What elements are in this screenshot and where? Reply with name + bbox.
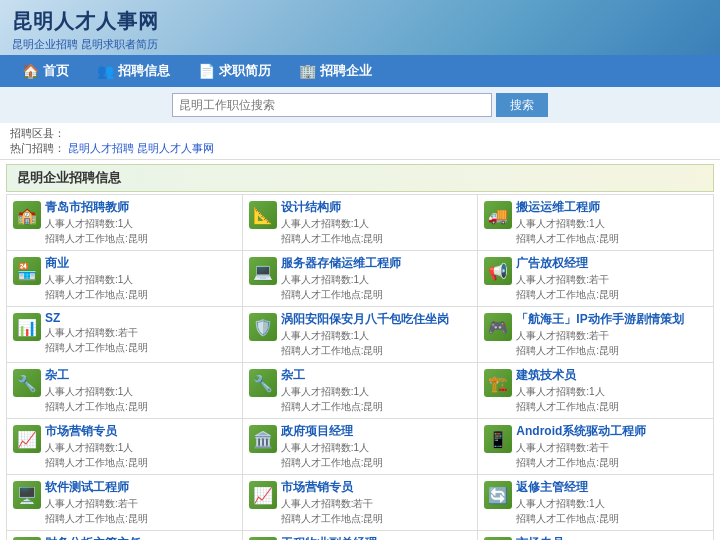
search-bar: 搜索 xyxy=(0,87,720,123)
job-detail: 人事人才招聘数:若干 招聘人才工作地点:昆明 xyxy=(45,496,236,526)
county-label: 招聘区县： xyxy=(10,127,65,139)
job-detail: 人事人才招聘数:若干 招聘人才工作地点:昆明 xyxy=(516,328,707,358)
job-detail: 人事人才招聘数:1人 招聘人才工作地点:昆明 xyxy=(516,216,707,246)
job-count: 人事人才招聘数:若干 xyxy=(45,325,236,340)
job-info: 市场营销专员 人事人才招聘数:1人 招聘人才工作地点:昆明 xyxy=(45,423,236,470)
nav-item-3[interactable]: 🏢招聘企业 xyxy=(285,55,386,87)
job-info: 搬运运维工程师 人事人才招聘数:1人 招聘人才工作地点:昆明 xyxy=(516,199,707,246)
job-cell[interactable]: 🏢 工程物业副总经理 人事人才招聘数:1人 招聘人才工作地点:昆明 xyxy=(243,531,479,540)
search-button[interactable]: 搜索 xyxy=(496,93,548,117)
nav-item-0[interactable]: 🏠首页 xyxy=(8,55,83,87)
job-detail: 人事人才招聘数:若干 招聘人才工作地点:昆明 xyxy=(281,496,472,526)
job-title[interactable]: 商业 xyxy=(45,255,236,272)
job-title[interactable]: 服务器存储运维工程师 xyxy=(281,255,472,272)
job-title[interactable]: 建筑技术员 xyxy=(516,367,707,384)
job-location: 招聘人才工作地点:昆明 xyxy=(281,287,472,302)
job-location: 招聘人才工作地点:昆明 xyxy=(45,455,236,470)
nav-label-0: 首页 xyxy=(43,62,69,80)
job-info: 杂工 人事人才招聘数:1人 招聘人才工作地点:昆明 xyxy=(281,367,472,414)
job-location: 招聘人才工作地点:昆明 xyxy=(516,511,707,526)
job-title[interactable]: 政府项目经理 xyxy=(281,423,472,440)
job-cell[interactable]: 🏫 青岛市招聘教师 人事人才招聘数:1人 招聘人才工作地点:昆明 xyxy=(7,195,243,251)
job-detail: 人事人才招聘数:1人 招聘人才工作地点:昆明 xyxy=(45,216,236,246)
job-title[interactable]: 「航海王」IP动作手游剧情策划 xyxy=(516,311,707,328)
job-title[interactable]: 杂工 xyxy=(281,367,472,384)
job-info: 杂工 人事人才招聘数:1人 招聘人才工作地点:昆明 xyxy=(45,367,236,414)
job-cell[interactable]: 💻 服务器存储运维工程师 人事人才招聘数:1人 招聘人才工作地点:昆明 xyxy=(243,251,479,307)
job-title[interactable]: 市场营销专员 xyxy=(45,423,236,440)
job-icon: 🖥️ xyxy=(13,481,41,509)
job-cell[interactable]: 🛡️ 涡阳安阳保安月八千包吃住坐岗 人事人才招聘数:1人 招聘人才工作地点:昆明 xyxy=(243,307,479,363)
nav-item-2[interactable]: 📄求职简历 xyxy=(184,55,285,87)
job-cell[interactable]: 📈 市场营销专员 人事人才招聘数:1人 招聘人才工作地点:昆明 xyxy=(7,419,243,475)
nav-icon-1: 👥 xyxy=(97,63,114,79)
job-title[interactable]: 杂工 xyxy=(45,367,236,384)
nav-item-1[interactable]: 👥招聘信息 xyxy=(83,55,184,87)
job-title[interactable]: 广告放权经理 xyxy=(516,255,707,272)
job-title[interactable]: 工程物业副总经理 xyxy=(281,535,472,540)
job-title[interactable]: 市场专员 xyxy=(516,535,707,540)
job-cell[interactable]: 📊 SZ 人事人才招聘数:若干 招聘人才工作地点:昆明 xyxy=(7,307,243,363)
job-title[interactable]: 涡阳安阳保安月八千包吃住坐岗 xyxy=(281,311,472,328)
job-title[interactable]: Android系统驱动工程师 xyxy=(516,423,707,440)
job-info: 涡阳安阳保安月八千包吃住坐岗 人事人才招聘数:1人 招聘人才工作地点:昆明 xyxy=(281,311,472,358)
job-cell[interactable]: 🏛️ 政府项目经理 人事人才招聘数:1人 招聘人才工作地点:昆明 xyxy=(243,419,479,475)
search-input[interactable] xyxy=(172,93,492,117)
job-cell[interactable]: 🚚 搬运运维工程师 人事人才招聘数:1人 招聘人才工作地点:昆明 xyxy=(478,195,714,251)
job-info: SZ 人事人才招聘数:若干 招聘人才工作地点:昆明 xyxy=(45,311,236,355)
job-location: 招聘人才工作地点:昆明 xyxy=(281,231,472,246)
job-title[interactable]: 市场营销专员 xyxy=(281,479,472,496)
job-title[interactable]: 设计结构师 xyxy=(281,199,472,216)
job-title[interactable]: 青岛市招聘教师 xyxy=(45,199,236,216)
job-icon: 🔧 xyxy=(13,369,41,397)
job-cell[interactable]: 🎮 「航海王」IP动作手游剧情策划 人事人才招聘数:若干 招聘人才工作地点:昆明 xyxy=(478,307,714,363)
job-count: 人事人才招聘数:1人 xyxy=(516,216,707,231)
nav-icon-0: 🏠 xyxy=(22,63,39,79)
job-icon: 🏗️ xyxy=(484,369,512,397)
job-icon: 📈 xyxy=(249,481,277,509)
job-icon: 🚚 xyxy=(484,201,512,229)
site-subtitle: 昆明企业招聘 昆明求职者简历 xyxy=(12,37,708,52)
job-info: 商业 人事人才招聘数:1人 招聘人才工作地点:昆明 xyxy=(45,255,236,302)
job-info: 政府项目经理 人事人才招聘数:1人 招聘人才工作地点:昆明 xyxy=(281,423,472,470)
job-cell[interactable]: 💰 财务分析主管主任 人事人才招聘数:1人 招聘人才工作地点:昆明 xyxy=(7,531,243,540)
job-count: 人事人才招聘数:1人 xyxy=(281,328,472,343)
site-title: 昆明人才人事网 xyxy=(12,8,708,35)
nav-icon-3: 🏢 xyxy=(299,63,316,79)
job-cell[interactable]: 📊 市场专员 人事人才招聘数:1人 招聘人才工作地点:昆明 xyxy=(478,531,714,540)
job-cell[interactable]: 🔧 杂工 人事人才招聘数:1人 招聘人才工作地点:昆明 xyxy=(243,363,479,419)
job-title[interactable]: 返修主管经理 xyxy=(516,479,707,496)
job-cell[interactable]: 🔧 杂工 人事人才招聘数:1人 招聘人才工作地点:昆明 xyxy=(7,363,243,419)
info-bar: 招聘区县： 热门招聘： 昆明人才招聘 昆明人才人事网 xyxy=(0,123,720,160)
job-location: 招聘人才工作地点:昆明 xyxy=(516,343,707,358)
job-icon: 💻 xyxy=(249,257,277,285)
job-cell[interactable]: 🏗️ 建筑技术员 人事人才招聘数:1人 招聘人才工作地点:昆明 xyxy=(478,363,714,419)
job-location: 招聘人才工作地点:昆明 xyxy=(281,455,472,470)
job-title[interactable]: SZ xyxy=(45,311,236,325)
nav-label-1: 招聘信息 xyxy=(118,62,170,80)
job-detail: 人事人才招聘数:1人 招聘人才工作地点:昆明 xyxy=(281,328,472,358)
job-cell[interactable]: 🔄 返修主管经理 人事人才招聘数:1人 招聘人才工作地点:昆明 xyxy=(478,475,714,531)
site-header: 昆明人才人事网 昆明企业招聘 昆明求职者简历 xyxy=(0,0,720,55)
job-icon: 📊 xyxy=(13,313,41,341)
job-detail: 人事人才招聘数:1人 招聘人才工作地点:昆明 xyxy=(281,272,472,302)
job-location: 招聘人才工作地点:昆明 xyxy=(45,340,236,355)
job-cell[interactable]: 📢 广告放权经理 人事人才招聘数:若干 招聘人才工作地点:昆明 xyxy=(478,251,714,307)
job-title[interactable]: 搬运运维工程师 xyxy=(516,199,707,216)
job-info: 服务器存储运维工程师 人事人才招聘数:1人 招聘人才工作地点:昆明 xyxy=(281,255,472,302)
job-location: 招聘人才工作地点:昆明 xyxy=(516,287,707,302)
job-cell[interactable]: 📈 市场营销专员 人事人才招聘数:若干 招聘人才工作地点:昆明 xyxy=(243,475,479,531)
job-cell[interactable]: 🖥️ 软件测试工程师 人事人才招聘数:若干 招聘人才工作地点:昆明 xyxy=(7,475,243,531)
job-icon: 🏫 xyxy=(13,201,41,229)
job-count: 人事人才招聘数:1人 xyxy=(516,384,707,399)
job-grid: 🏫 青岛市招聘教师 人事人才招聘数:1人 招聘人才工作地点:昆明 📐 设计结构师… xyxy=(6,194,714,540)
job-title[interactable]: 财务分析主管主任 xyxy=(45,535,236,540)
job-count: 人事人才招聘数:1人 xyxy=(281,216,472,231)
job-count: 人事人才招聘数:若干 xyxy=(281,496,472,511)
job-cell[interactable]: 📱 Android系统驱动工程师 人事人才招聘数:若干 招聘人才工作地点:昆明 xyxy=(478,419,714,475)
hot-link-1[interactable]: 昆明人才招聘 xyxy=(68,142,134,154)
hot-link-2[interactable]: 昆明人才人事网 xyxy=(137,142,214,154)
job-cell[interactable]: 📐 设计结构师 人事人才招聘数:1人 招聘人才工作地点:昆明 xyxy=(243,195,479,251)
job-cell[interactable]: 🏪 商业 人事人才招聘数:1人 招聘人才工作地点:昆明 xyxy=(7,251,243,307)
job-title[interactable]: 软件测试工程师 xyxy=(45,479,236,496)
